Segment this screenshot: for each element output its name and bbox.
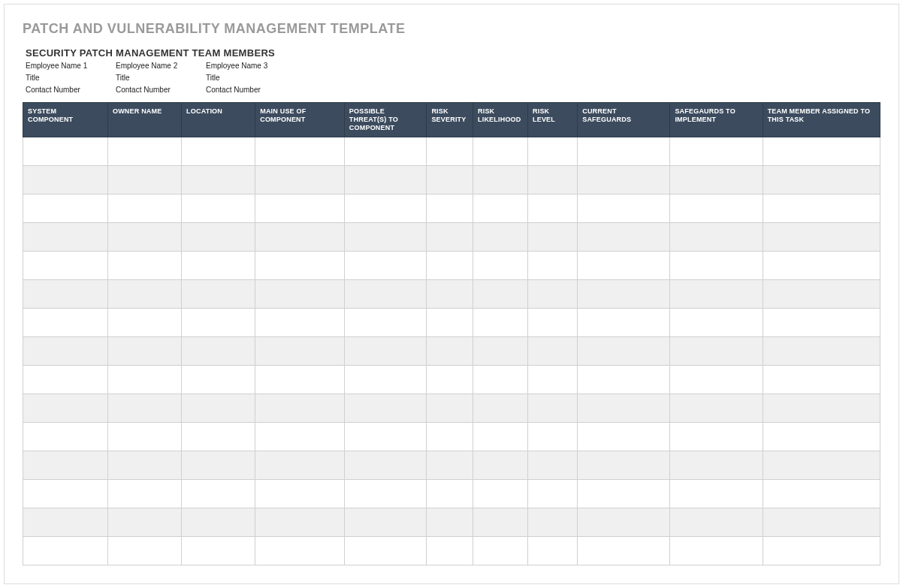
table-cell[interactable] xyxy=(427,423,473,451)
table-cell[interactable] xyxy=(473,194,528,223)
table-cell[interactable] xyxy=(763,280,880,309)
table-cell[interactable] xyxy=(23,166,108,194)
table-cell[interactable] xyxy=(528,223,578,252)
table-cell[interactable] xyxy=(427,451,473,480)
table-cell[interactable] xyxy=(344,423,427,451)
table-cell[interactable] xyxy=(23,337,108,366)
table-cell[interactable] xyxy=(578,309,670,337)
table-cell[interactable] xyxy=(427,280,473,309)
table-cell[interactable] xyxy=(107,366,181,394)
table-cell[interactable] xyxy=(578,194,670,223)
table-cell[interactable] xyxy=(670,252,763,280)
table-cell[interactable] xyxy=(344,309,427,337)
table-cell[interactable] xyxy=(255,394,345,423)
table-cell[interactable] xyxy=(528,394,578,423)
table-cell[interactable] xyxy=(344,366,427,394)
table-cell[interactable] xyxy=(473,366,528,394)
table-cell[interactable] xyxy=(344,537,427,565)
table-cell[interactable] xyxy=(670,280,763,309)
table-cell[interactable] xyxy=(182,366,255,394)
table-cell[interactable] xyxy=(182,423,255,451)
table-cell[interactable] xyxy=(255,280,345,309)
table-cell[interactable] xyxy=(528,166,578,194)
table-cell[interactable] xyxy=(528,480,578,508)
table-cell[interactable] xyxy=(107,508,181,537)
table-cell[interactable] xyxy=(427,537,473,565)
table-cell[interactable] xyxy=(578,508,670,537)
table-cell[interactable] xyxy=(670,394,763,423)
table-cell[interactable] xyxy=(23,366,108,394)
table-cell[interactable] xyxy=(107,480,181,508)
table-cell[interactable] xyxy=(344,480,427,508)
table-cell[interactable] xyxy=(763,252,880,280)
table-cell[interactable] xyxy=(473,309,528,337)
table-cell[interactable] xyxy=(427,223,473,252)
table-cell[interactable] xyxy=(23,508,108,537)
table-cell[interactable] xyxy=(473,166,528,194)
table-cell[interactable] xyxy=(182,137,255,166)
table-cell[interactable] xyxy=(23,451,108,480)
table-cell[interactable] xyxy=(427,508,473,537)
table-cell[interactable] xyxy=(578,223,670,252)
table-cell[interactable] xyxy=(473,394,528,423)
table-cell[interactable] xyxy=(427,194,473,223)
table-cell[interactable] xyxy=(344,394,427,423)
table-cell[interactable] xyxy=(255,337,345,366)
table-cell[interactable] xyxy=(107,194,181,223)
table-cell[interactable] xyxy=(528,508,578,537)
table-cell[interactable] xyxy=(23,394,108,423)
table-cell[interactable] xyxy=(763,508,880,537)
table-cell[interactable] xyxy=(23,223,108,252)
table-cell[interactable] xyxy=(763,537,880,565)
table-cell[interactable] xyxy=(763,480,880,508)
table-cell[interactable] xyxy=(344,166,427,194)
table-cell[interactable] xyxy=(670,166,763,194)
table-cell[interactable] xyxy=(670,480,763,508)
table-cell[interactable] xyxy=(578,451,670,480)
table-cell[interactable] xyxy=(255,137,345,166)
table-cell[interactable] xyxy=(427,137,473,166)
table-cell[interactable] xyxy=(255,194,345,223)
table-cell[interactable] xyxy=(427,480,473,508)
table-cell[interactable] xyxy=(763,451,880,480)
table-cell[interactable] xyxy=(427,309,473,337)
table-cell[interactable] xyxy=(473,223,528,252)
table-cell[interactable] xyxy=(763,366,880,394)
table-cell[interactable] xyxy=(344,337,427,366)
table-cell[interactable] xyxy=(107,280,181,309)
table-cell[interactable] xyxy=(763,194,880,223)
table-cell[interactable] xyxy=(107,137,181,166)
table-cell[interactable] xyxy=(670,194,763,223)
table-cell[interactable] xyxy=(528,280,578,309)
table-cell[interactable] xyxy=(182,480,255,508)
table-cell[interactable] xyxy=(528,366,578,394)
table-cell[interactable] xyxy=(427,252,473,280)
table-cell[interactable] xyxy=(763,394,880,423)
table-cell[interactable] xyxy=(182,537,255,565)
table-cell[interactable] xyxy=(528,423,578,451)
table-cell[interactable] xyxy=(344,194,427,223)
table-cell[interactable] xyxy=(182,280,255,309)
table-cell[interactable] xyxy=(473,137,528,166)
table-cell[interactable] xyxy=(473,451,528,480)
table-cell[interactable] xyxy=(473,280,528,309)
table-cell[interactable] xyxy=(578,537,670,565)
table-cell[interactable] xyxy=(528,337,578,366)
table-cell[interactable] xyxy=(344,451,427,480)
table-cell[interactable] xyxy=(182,508,255,537)
table-cell[interactable] xyxy=(528,309,578,337)
table-cell[interactable] xyxy=(473,480,528,508)
table-cell[interactable] xyxy=(23,137,108,166)
table-cell[interactable] xyxy=(578,366,670,394)
table-cell[interactable] xyxy=(344,223,427,252)
table-cell[interactable] xyxy=(255,252,345,280)
table-cell[interactable] xyxy=(255,451,345,480)
table-cell[interactable] xyxy=(255,366,345,394)
table-cell[interactable] xyxy=(670,309,763,337)
table-cell[interactable] xyxy=(182,166,255,194)
table-cell[interactable] xyxy=(107,451,181,480)
table-cell[interactable] xyxy=(23,423,108,451)
table-cell[interactable] xyxy=(763,337,880,366)
table-cell[interactable] xyxy=(578,280,670,309)
table-cell[interactable] xyxy=(344,252,427,280)
